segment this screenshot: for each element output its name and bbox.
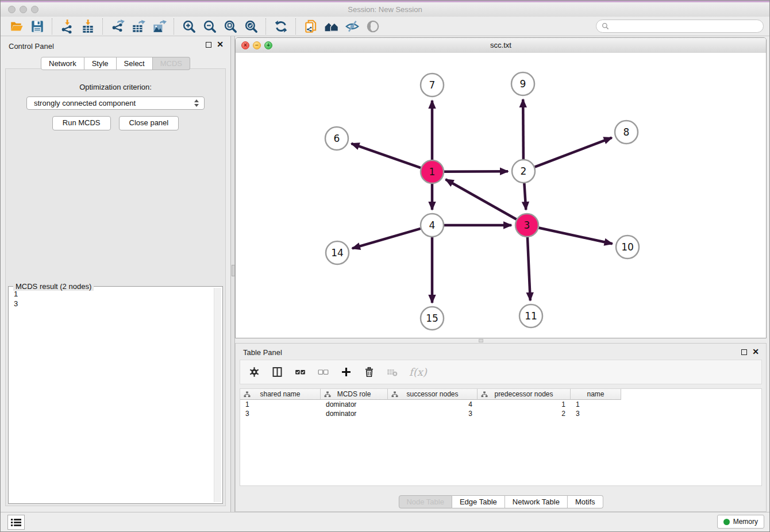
zoom-selected-button[interactable] bbox=[241, 18, 261, 35]
export-network-icon bbox=[110, 19, 125, 34]
run-mcds-button[interactable]: Run MCDS bbox=[52, 116, 111, 130]
task-history-button[interactable] bbox=[7, 515, 25, 530]
graph-node-label-14: 14 bbox=[331, 247, 344, 259]
graph-edge-2-9[interactable] bbox=[523, 99, 523, 159]
checked-boxes-icon bbox=[294, 366, 306, 378]
add-row-button[interactable] bbox=[340, 366, 352, 378]
column-header-mcds-role[interactable]: MCDS role bbox=[321, 389, 388, 400]
float-panel-icon[interactable] bbox=[206, 42, 211, 48]
tab-network[interactable]: Network bbox=[41, 57, 84, 70]
node-table: shared nameMCDS rolesuccessor nodesprede… bbox=[240, 388, 762, 486]
graph-edge-4-14[interactable] bbox=[352, 229, 421, 249]
table-cell: dominator bbox=[321, 400, 388, 408]
table-panel-tabs: Node TableEdge TableNetwork TableMotifs bbox=[398, 495, 603, 508]
graph-edge-3-10[interactable] bbox=[539, 228, 613, 244]
deselect-checkboxes-button[interactable] bbox=[317, 366, 329, 378]
tab-network-table[interactable]: Network Table bbox=[505, 495, 568, 508]
column-header-successor-nodes[interactable]: successor nodes bbox=[388, 389, 478, 400]
table-cell: 1 bbox=[478, 400, 571, 408]
search-input[interactable] bbox=[612, 22, 758, 31]
graph-edge-2-8[interactable] bbox=[535, 138, 612, 167]
tab-node-table[interactable]: Node Table bbox=[398, 495, 452, 508]
save-session-button[interactable] bbox=[27, 18, 48, 35]
memory-button[interactable]: Memory bbox=[717, 515, 764, 529]
criterion-select[interactable]: strongly connected component bbox=[26, 97, 205, 110]
result-scrollbar[interactable] bbox=[214, 288, 221, 502]
graph-node-label-1: 1 bbox=[429, 166, 436, 178]
toolbar-separator bbox=[102, 18, 103, 34]
column-header-predecessor-nodes[interactable]: predecessor nodes bbox=[478, 389, 571, 400]
tab-mcds[interactable]: MCDS bbox=[153, 57, 190, 70]
graph-edge-3-1[interactable] bbox=[446, 179, 517, 219]
settings-gear-button[interactable] bbox=[248, 366, 260, 378]
column-header-shared-name[interactable]: shared name bbox=[240, 389, 321, 400]
delete-row-button[interactable] bbox=[363, 366, 375, 378]
export-network-button[interactable] bbox=[107, 18, 128, 35]
graph-edge-1-2[interactable] bbox=[444, 171, 508, 172]
table-row[interactable]: 3dominator323 bbox=[240, 409, 761, 418]
graph-edge-3-11[interactable] bbox=[528, 237, 530, 300]
export-image-icon bbox=[152, 19, 167, 34]
export-image-button[interactable] bbox=[149, 18, 170, 35]
function-builder-button[interactable]: f(x) bbox=[409, 366, 427, 378]
graph-node-label-4: 4 bbox=[429, 219, 436, 231]
float-panel-icon[interactable] bbox=[741, 349, 747, 355]
column-header-name[interactable]: name bbox=[571, 389, 621, 400]
tab-style[interactable]: Style bbox=[84, 57, 117, 70]
fit-content-button[interactable] bbox=[220, 18, 241, 35]
refresh-view-button[interactable] bbox=[271, 18, 291, 35]
graph-node-label-8: 8 bbox=[623, 126, 630, 138]
toolbar-separator bbox=[52, 18, 53, 34]
table-cell: 3 bbox=[571, 410, 621, 418]
column-header-label: MCDS role bbox=[337, 390, 371, 398]
vertical-splitter[interactable] bbox=[230, 36, 235, 514]
import-network-button[interactable] bbox=[57, 18, 78, 35]
mcds-result-list: 1 3 bbox=[14, 289, 211, 501]
zoom-in-button[interactable] bbox=[179, 18, 199, 35]
zoom-out-button[interactable] bbox=[199, 18, 220, 35]
close-panel-icon[interactable]: ✕ bbox=[752, 349, 759, 355]
network-window-titlebar[interactable]: × − + scc.txt bbox=[236, 38, 766, 53]
table-panel-window-buttons: ✕ bbox=[741, 349, 759, 355]
table-cell: 1 bbox=[571, 400, 621, 408]
network-canvas[interactable]: 1234678910111415 bbox=[236, 53, 766, 338]
open-session-button[interactable] bbox=[6, 18, 27, 35]
export-table-icon bbox=[131, 19, 146, 34]
status-bar: Memory bbox=[1, 512, 769, 531]
optimization-criterion-label: Optimization criterion: bbox=[6, 83, 225, 91]
graph-node-label-2: 2 bbox=[521, 165, 527, 177]
search-field[interactable] bbox=[596, 20, 764, 33]
delete-table-icon bbox=[386, 366, 398, 378]
control-panel-title: Control Panel bbox=[9, 42, 54, 51]
show-details-button[interactable] bbox=[363, 18, 383, 35]
horizontal-splitter-handle[interactable] bbox=[479, 339, 483, 342]
open-folder-icon bbox=[9, 19, 24, 34]
close-panel-icon[interactable]: ✕ bbox=[217, 41, 224, 48]
close-panel-button[interactable]: Close panel bbox=[119, 116, 179, 130]
split-columns-button[interactable] bbox=[271, 366, 283, 378]
table-row[interactable]: 1dominator411 bbox=[240, 400, 761, 409]
tab-select[interactable]: Select bbox=[117, 57, 153, 70]
graph-node-label-9: 9 bbox=[520, 78, 526, 90]
import-table-button[interactable] bbox=[78, 18, 98, 35]
graph-edge-2-3[interactable] bbox=[524, 183, 526, 210]
search-icon bbox=[602, 22, 609, 30]
network-window-title: scc.txt bbox=[236, 41, 766, 49]
tab-motifs[interactable]: Motifs bbox=[568, 495, 603, 508]
window-title: Session: New Session bbox=[1, 5, 769, 14]
import-network-icon bbox=[60, 19, 75, 34]
delete-table-button[interactable] bbox=[386, 366, 398, 378]
trash-icon bbox=[363, 366, 375, 378]
home-button[interactable] bbox=[321, 18, 342, 35]
tab-edge-table[interactable]: Edge Table bbox=[452, 495, 505, 508]
new-network-from-selection-button[interactable] bbox=[301, 18, 321, 35]
export-table-button[interactable] bbox=[128, 18, 149, 35]
table-cell: 1 bbox=[240, 400, 321, 408]
network-graph[interactable]: 1234678910111415 bbox=[236, 53, 766, 338]
title-bar: Session: New Session bbox=[1, 2, 769, 17]
graph-edge-1-6[interactable] bbox=[351, 144, 421, 168]
hide-graphics-details-button[interactable] bbox=[342, 18, 363, 35]
select-all-checkboxes-button[interactable] bbox=[294, 366, 306, 378]
home-icon bbox=[324, 19, 339, 34]
graph-node-label-7: 7 bbox=[429, 79, 436, 91]
